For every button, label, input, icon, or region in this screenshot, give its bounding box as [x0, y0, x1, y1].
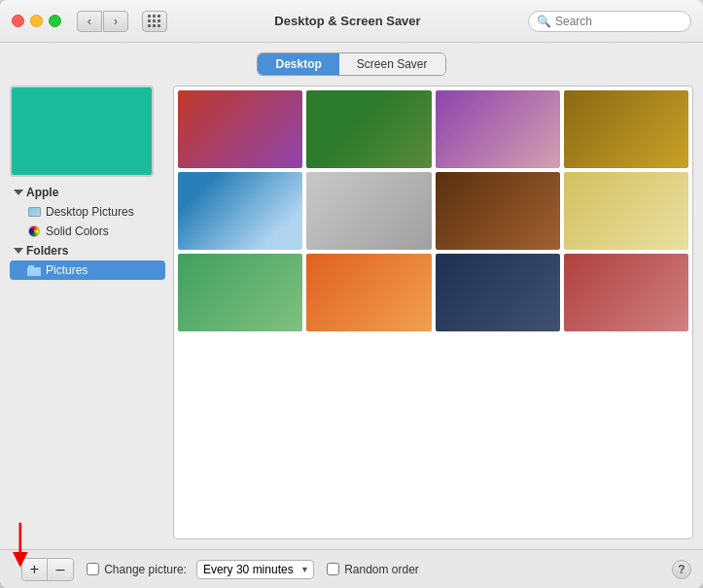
- grid-icon: [148, 15, 161, 28]
- close-button[interactable]: [12, 15, 24, 27]
- solid-colors-icon: [27, 225, 41, 238]
- window: ‹ › Desktop & Screen Saver 🔍 Desktop Scr…: [0, 0, 703, 588]
- image-thumbnail-5[interactable]: [178, 172, 302, 250]
- tabs-row: Desktop Screen Saver: [10, 52, 693, 76]
- image-thumbnail-12[interactable]: [564, 254, 688, 331]
- image-thumbnail-9[interactable]: [178, 254, 302, 331]
- apple-section-toggle[interactable]: [14, 190, 23, 195]
- sidebar-item-desktop-pictures[interactable]: Desktop Pictures: [10, 202, 165, 222]
- pictures-folder-icon: [27, 263, 41, 277]
- image-thumbnail-1[interactable]: [178, 90, 302, 168]
- random-order-label: Random order: [327, 563, 419, 576]
- tab-screensaver[interactable]: Screen Saver: [339, 53, 445, 75]
- interval-select[interactable]: Every 5 seconds Every 1 minute Every 5 m…: [196, 560, 314, 579]
- sidebar-section-folders: Folders: [10, 241, 165, 260]
- preview-box: [10, 86, 154, 177]
- change-picture-label: Change picture:: [87, 563, 187, 576]
- image-thumbnail-2[interactable]: [306, 90, 431, 168]
- traffic-lights: [12, 15, 61, 27]
- titlebar: ‹ › Desktop & Screen Saver 🔍: [0, 0, 703, 43]
- image-thumbnail-6[interactable]: [306, 172, 431, 250]
- back-button[interactable]: ‹: [77, 11, 102, 32]
- minimize-button[interactable]: [30, 15, 43, 27]
- sidebar: Apple Desktop Pictures Solid Colors: [10, 183, 165, 280]
- search-input[interactable]: [555, 15, 683, 28]
- sidebar-item-pictures[interactable]: Pictures: [10, 260, 165, 280]
- random-order-checkbox[interactable]: [327, 563, 339, 575]
- search-box[interactable]: 🔍: [528, 11, 691, 32]
- image-thumbnail-7[interactable]: [436, 172, 560, 250]
- interval-select-wrapper: Every 5 seconds Every 1 minute Every 5 m…: [196, 560, 314, 579]
- remove-folder-button[interactable]: –: [48, 559, 73, 580]
- main-panel: Apple Desktop Pictures Solid Colors: [10, 86, 693, 539]
- image-thumbnail-10[interactable]: [306, 254, 431, 331]
- bottom-bar: + – Change picture: Every 5 seconds Ever…: [0, 549, 703, 588]
- window-title: Desktop & Screen Saver: [175, 14, 520, 28]
- nav-buttons: ‹ ›: [77, 11, 128, 32]
- image-grid: [173, 86, 693, 539]
- image-thumbnail-4[interactable]: [564, 90, 688, 168]
- image-thumbnail-3[interactable]: [436, 90, 560, 168]
- image-thumbnail-11[interactable]: [436, 254, 560, 331]
- tab-group: Desktop Screen Saver: [257, 52, 445, 76]
- help-button[interactable]: ?: [672, 560, 691, 579]
- tab-desktop[interactable]: Desktop: [258, 53, 338, 75]
- add-folder-button[interactable]: +: [22, 559, 48, 580]
- image-thumbnail-8[interactable]: [564, 172, 688, 250]
- bottom-middle: Change picture: Every 5 seconds Every 1 …: [86, 560, 315, 579]
- change-picture-checkbox[interactable]: [87, 563, 99, 575]
- desktop-pictures-icon: [27, 205, 41, 219]
- grid-view-button[interactable]: [142, 11, 167, 32]
- content-area: Desktop Screen Saver Apple: [0, 43, 703, 549]
- sidebar-section-apple: Apple: [10, 183, 165, 202]
- maximize-button[interactable]: [49, 15, 61, 27]
- add-remove-buttons: + –: [21, 558, 74, 581]
- search-icon: 🔍: [537, 15, 551, 28]
- folders-section-toggle[interactable]: [14, 248, 23, 254]
- sidebar-item-solid-colors[interactable]: Solid Colors: [10, 222, 165, 241]
- forward-button[interactable]: ›: [103, 11, 128, 32]
